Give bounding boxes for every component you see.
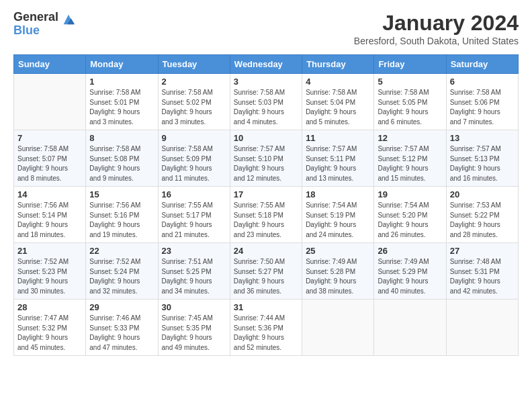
calendar-cell: [446, 300, 518, 356]
day-info: Sunrise: 7:58 AM Sunset: 5:09 PM Dayligh…: [162, 144, 226, 183]
calendar-cell: 5Sunrise: 7:58 AM Sunset: 5:05 PM Daylig…: [374, 74, 446, 130]
calendar-table: SundayMondayTuesdayWednesdayThursdayFrid…: [13, 54, 519, 356]
calendar-cell: 15Sunrise: 7:56 AM Sunset: 5:16 PM Dayli…: [86, 187, 158, 243]
calendar-cell: 26Sunrise: 7:49 AM Sunset: 5:29 PM Dayli…: [374, 243, 446, 300]
calendar-week-4: 21Sunrise: 7:52 AM Sunset: 5:23 PM Dayli…: [14, 243, 519, 300]
day-info: Sunrise: 7:49 AM Sunset: 5:29 PM Dayligh…: [378, 257, 442, 296]
day-number: 5: [378, 77, 442, 87]
day-number: 3: [234, 77, 298, 87]
day-number: 2: [162, 77, 226, 87]
month-title: January 2024: [354, 11, 519, 36]
day-info: Sunrise: 7:44 AM Sunset: 5:36 PM Dayligh…: [234, 314, 298, 353]
header-row: SundayMondayTuesdayWednesdayThursdayFrid…: [14, 55, 519, 74]
day-info: Sunrise: 7:55 AM Sunset: 5:18 PM Dayligh…: [234, 201, 298, 240]
day-info: Sunrise: 7:48 AM Sunset: 5:31 PM Dayligh…: [450, 257, 515, 296]
day-info: Sunrise: 7:49 AM Sunset: 5:28 PM Dayligh…: [306, 257, 370, 296]
day-number: 8: [89, 133, 154, 143]
day-info: Sunrise: 7:54 AM Sunset: 5:20 PM Dayligh…: [378, 201, 442, 240]
day-number: 25: [306, 246, 370, 256]
logo-general-text: General: [13, 11, 58, 24]
logo-blue-text: Blue: [13, 24, 58, 38]
calendar-cell: 1Sunrise: 7:58 AM Sunset: 5:01 PM Daylig…: [86, 74, 158, 130]
location-title: Beresford, South Dakota, United States: [354, 36, 519, 46]
calendar-cell: 29Sunrise: 7:46 AM Sunset: 5:33 PM Dayli…: [86, 300, 158, 356]
calendar-cell: 24Sunrise: 7:50 AM Sunset: 5:27 PM Dayli…: [230, 243, 302, 300]
header-cell-monday: Monday: [86, 55, 158, 74]
page-header: General Blue January 2024 Beresford, Sou…: [13, 11, 519, 46]
header-cell-wednesday: Wednesday: [230, 55, 302, 74]
calendar-week-3: 14Sunrise: 7:56 AM Sunset: 5:14 PM Dayli…: [14, 187, 519, 243]
day-number: 22: [89, 246, 154, 256]
day-number: 27: [450, 246, 515, 256]
calendar-cell: 28Sunrise: 7:47 AM Sunset: 5:32 PM Dayli…: [14, 300, 86, 356]
day-number: 29: [89, 302, 154, 312]
header-cell-tuesday: Tuesday: [158, 55, 230, 74]
day-info: Sunrise: 7:57 AM Sunset: 5:13 PM Dayligh…: [450, 144, 515, 183]
calendar-cell: 16Sunrise: 7:55 AM Sunset: 5:17 PM Dayli…: [158, 187, 230, 243]
calendar-body: 1Sunrise: 7:58 AM Sunset: 5:01 PM Daylig…: [14, 74, 519, 356]
calendar-cell: 18Sunrise: 7:54 AM Sunset: 5:19 PM Dayli…: [302, 187, 374, 243]
calendar-cell: 14Sunrise: 7:56 AM Sunset: 5:14 PM Dayli…: [14, 187, 86, 243]
day-info: Sunrise: 7:58 AM Sunset: 5:05 PM Dayligh…: [378, 88, 442, 127]
logo-icon: [61, 12, 76, 27]
day-info: Sunrise: 7:47 AM Sunset: 5:32 PM Dayligh…: [17, 314, 82, 353]
day-info: Sunrise: 7:50 AM Sunset: 5:27 PM Dayligh…: [234, 257, 298, 296]
day-info: Sunrise: 7:52 AM Sunset: 5:24 PM Dayligh…: [89, 257, 154, 296]
day-number: 24: [234, 246, 298, 256]
header-cell-friday: Friday: [374, 55, 446, 74]
day-info: Sunrise: 7:51 AM Sunset: 5:25 PM Dayligh…: [162, 257, 226, 296]
calendar-cell: 30Sunrise: 7:45 AM Sunset: 5:35 PM Dayli…: [158, 300, 230, 356]
calendar-cell: 6Sunrise: 7:58 AM Sunset: 5:06 PM Daylig…: [446, 74, 518, 130]
day-number: 17: [234, 189, 298, 199]
day-info: Sunrise: 7:56 AM Sunset: 5:16 PM Dayligh…: [89, 201, 154, 240]
calendar-cell: 22Sunrise: 7:52 AM Sunset: 5:24 PM Dayli…: [86, 243, 158, 300]
day-number: 18: [306, 189, 370, 199]
day-info: Sunrise: 7:58 AM Sunset: 5:01 PM Dayligh…: [89, 88, 154, 127]
day-info: Sunrise: 7:58 AM Sunset: 5:04 PM Dayligh…: [306, 88, 370, 127]
day-number: 14: [17, 189, 82, 199]
day-info: Sunrise: 7:58 AM Sunset: 5:06 PM Dayligh…: [450, 88, 515, 127]
calendar-cell: 12Sunrise: 7:57 AM Sunset: 5:12 PM Dayli…: [374, 130, 446, 187]
header-cell-saturday: Saturday: [446, 55, 518, 74]
calendar-cell: 17Sunrise: 7:55 AM Sunset: 5:18 PM Dayli…: [230, 187, 302, 243]
day-info: Sunrise: 7:45 AM Sunset: 5:35 PM Dayligh…: [162, 314, 226, 353]
day-number: 20: [450, 189, 515, 199]
day-info: Sunrise: 7:57 AM Sunset: 5:12 PM Dayligh…: [378, 144, 442, 183]
calendar-cell: 10Sunrise: 7:57 AM Sunset: 5:10 PM Dayli…: [230, 130, 302, 187]
day-info: Sunrise: 7:58 AM Sunset: 5:02 PM Dayligh…: [162, 88, 226, 127]
calendar-cell: 31Sunrise: 7:44 AM Sunset: 5:36 PM Dayli…: [230, 300, 302, 356]
day-info: Sunrise: 7:55 AM Sunset: 5:17 PM Dayligh…: [162, 201, 226, 240]
day-number: 31: [234, 302, 298, 312]
calendar-cell: 3Sunrise: 7:58 AM Sunset: 5:03 PM Daylig…: [230, 74, 302, 130]
calendar-cell: 27Sunrise: 7:48 AM Sunset: 5:31 PM Dayli…: [446, 243, 518, 300]
day-number: 12: [378, 133, 442, 143]
calendar-header: SundayMondayTuesdayWednesdayThursdayFrid…: [14, 55, 519, 74]
day-number: 10: [234, 133, 298, 143]
day-number: 7: [17, 133, 82, 143]
day-number: 30: [162, 302, 226, 312]
calendar-week-2: 7Sunrise: 7:58 AM Sunset: 5:07 PM Daylig…: [14, 130, 519, 187]
calendar-cell: [302, 300, 374, 356]
calendar-week-5: 28Sunrise: 7:47 AM Sunset: 5:32 PM Dayli…: [14, 300, 519, 356]
calendar-cell: 8Sunrise: 7:58 AM Sunset: 5:08 PM Daylig…: [86, 130, 158, 187]
calendar-cell: 7Sunrise: 7:58 AM Sunset: 5:07 PM Daylig…: [14, 130, 86, 187]
day-number: 19: [378, 189, 442, 199]
calendar-cell: 2Sunrise: 7:58 AM Sunset: 5:02 PM Daylig…: [158, 74, 230, 130]
day-info: Sunrise: 7:46 AM Sunset: 5:33 PM Dayligh…: [89, 314, 154, 353]
day-info: Sunrise: 7:57 AM Sunset: 5:10 PM Dayligh…: [234, 144, 298, 183]
calendar-cell: [374, 300, 446, 356]
day-number: 16: [162, 189, 226, 199]
day-info: Sunrise: 7:56 AM Sunset: 5:14 PM Dayligh…: [17, 201, 82, 240]
title-area: January 2024 Beresford, South Dakota, Un…: [354, 11, 519, 46]
day-number: 21: [17, 246, 82, 256]
calendar-cell: 20Sunrise: 7:53 AM Sunset: 5:22 PM Dayli…: [446, 187, 518, 243]
logo: General Blue: [13, 11, 76, 38]
day-info: Sunrise: 7:57 AM Sunset: 5:11 PM Dayligh…: [306, 144, 370, 183]
day-info: Sunrise: 7:58 AM Sunset: 5:03 PM Dayligh…: [234, 88, 298, 127]
header-cell-thursday: Thursday: [302, 55, 374, 74]
calendar-cell: 25Sunrise: 7:49 AM Sunset: 5:28 PM Dayli…: [302, 243, 374, 300]
calendar-cell: 19Sunrise: 7:54 AM Sunset: 5:20 PM Dayli…: [374, 187, 446, 243]
calendar-cell: 4Sunrise: 7:58 AM Sunset: 5:04 PM Daylig…: [302, 74, 374, 130]
calendar-cell: 9Sunrise: 7:58 AM Sunset: 5:09 PM Daylig…: [158, 130, 230, 187]
day-info: Sunrise: 7:54 AM Sunset: 5:19 PM Dayligh…: [306, 201, 370, 240]
